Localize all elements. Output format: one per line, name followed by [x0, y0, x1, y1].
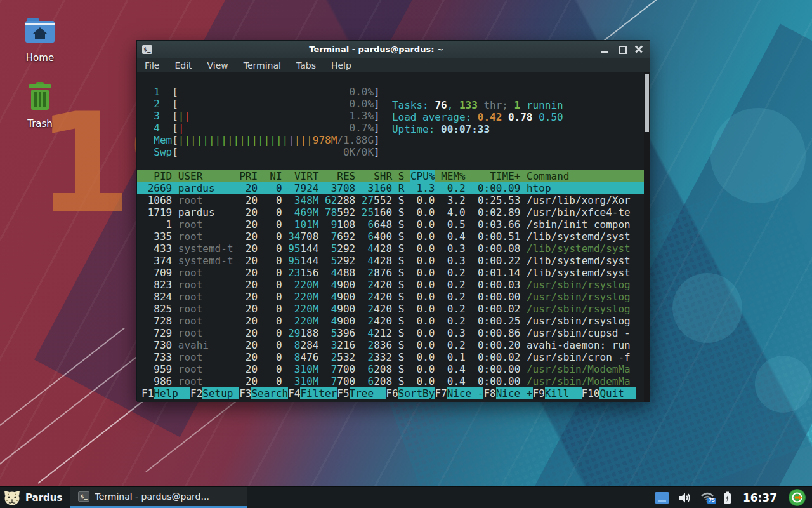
display-settings-icon[interactable]	[654, 491, 670, 504]
taskbar-spacer	[247, 487, 653, 508]
menu-item-edit[interactable]: Edit	[174, 60, 192, 70]
process-row-335[interactable]: 335 root 20 0 34708 7692 6400 S 0.0 0.4 …	[137, 231, 644, 243]
menu-item-file[interactable]: File	[145, 60, 159, 70]
fkey-f9[interactable]: F9	[533, 387, 545, 399]
fkey-action-setup[interactable]: Setup	[202, 387, 239, 399]
clock[interactable]: 16:37	[743, 491, 777, 504]
wallpaper-paw-print	[672, 273, 742, 343]
fkey-action-sortby[interactable]: SortBy	[398, 387, 435, 399]
process-row-825[interactable]: 825 root 20 0 220M 4900 2420 S 0.0 0.2 0…	[137, 303, 644, 315]
terminal-window: $_ Terminal - pardus@pardus: ~ FileEditV…	[136, 40, 650, 401]
meter-mem: Mem[||||||||||||||||||||||978M/1.88G]	[137, 134, 644, 146]
function-key-bar: F1Help F2Setup F3SearchF4FilterF5Tree F6…	[137, 387, 644, 399]
update-arrow-icon	[791, 491, 803, 504]
uptime-line: Uptime: 00:07:33	[388, 123, 563, 135]
terminal-task-icon: $_	[78, 491, 89, 502]
scrollbar-thumb[interactable]	[645, 74, 649, 132]
close-button[interactable]	[635, 45, 643, 53]
terminal-app-icon: $_	[142, 45, 152, 54]
fkey-action-nice-[interactable]: Nice -	[447, 387, 484, 399]
desktop-icon-trash[interactable]: Trash	[10, 81, 70, 130]
process-row-729[interactable]: 729 root 20 0 29188 5396 4212 S 0.0 0.3 …	[137, 327, 644, 339]
process-row-433[interactable]: 433 systemd-t 20 0 95144 5292 4428 S 0.0…	[137, 243, 644, 255]
fkey-f1[interactable]: F1	[141, 387, 154, 399]
applications-menu-button[interactable]: Pardus	[0, 487, 70, 508]
software-update-button[interactable]	[789, 489, 806, 506]
process-row-959[interactable]: 959 root 20 0 310M 7700 6208 S 0.0 0.4 0…	[137, 363, 644, 375]
meter-1: 1 [ 0.0%]	[137, 86, 644, 98]
pardus-logo-icon	[4, 490, 20, 506]
process-row-986[interactable]: 986 root 20 0 310M 7700 6208 S 0.0 0.4 0…	[137, 375, 644, 387]
system-tray: 75 16:37	[654, 487, 812, 508]
taskbar: Pardus $_ Terminal - pardus@pard...	[0, 486, 812, 508]
fkey-f2[interactable]: F2	[190, 387, 202, 399]
network-wifi-icon[interactable]: 75	[700, 492, 714, 503]
window-titlebar[interactable]: $_ Terminal - pardus@pardus: ~	[137, 41, 650, 58]
menu-item-view[interactable]: View	[207, 60, 228, 70]
desktop-icon-label: Home	[10, 52, 70, 64]
process-row-1068[interactable]: 1068 root 20 0 348M 62288 27552 S 0.0 3.…	[137, 194, 644, 206]
home-folder-icon	[23, 17, 56, 46]
wallpaper-paw-print	[710, 108, 806, 203]
process-row-374[interactable]: 374 systemd-t 20 0 95144 5292 4428 S 0.0…	[137, 255, 644, 267]
menu-item-help[interactable]: Help	[331, 60, 351, 70]
terminal-scrollbar[interactable]	[644, 72, 650, 402]
volume-icon[interactable]	[679, 492, 691, 504]
desktop-icon-home[interactable]: Home	[10, 17, 70, 64]
process-row-733[interactable]: 733 root 20 0 8476 2532 2332 S 0.0 0.1 0…	[137, 351, 644, 363]
taskbar-window-title: Terminal - pardus@pard...	[95, 491, 209, 502]
minimize-button[interactable]	[601, 45, 609, 53]
terminal-content[interactable]: 1 [ 0.0%] 2 [ 0.0%] 3 [|| 1.3%] 4 [| 0.7…	[137, 72, 650, 402]
trash-icon	[25, 81, 55, 112]
maximize-button[interactable]	[618, 45, 626, 53]
process-row-1[interactable]: 1 root 20 0 101M 9108 6648 S 0.0 0.5 0:0…	[137, 218, 644, 231]
process-row-2669[interactable]: 2669 pardus 20 0 7924 3708 3160 R 1.3 0.…	[137, 182, 644, 194]
wallpaper-paw-print	[755, 356, 812, 413]
process-row-1719[interactable]: 1719 pardus 20 0 469M 78592 25160 S 0.0 …	[137, 206, 644, 218]
fkey-f4[interactable]: F4	[288, 387, 300, 399]
fkey-action-search[interactable]: Search	[251, 387, 288, 399]
menu-item-terminal[interactable]: Terminal	[244, 60, 281, 70]
process-row-728[interactable]: 728 root 20 0 220M 4900 2420 S 0.0 0.2 0…	[137, 315, 644, 327]
taskbar-separator	[70, 490, 70, 505]
applications-menu-label: Pardus	[25, 492, 62, 504]
process-row-730[interactable]: 730 avahi 20 0 8284 3216 2836 S 0.0 0.2 …	[137, 339, 644, 351]
window-title: Terminal - pardus@pardus: ~	[152, 44, 601, 54]
fkey-f7[interactable]: F7	[435, 387, 447, 399]
fkey-action-quit[interactable]: Quit	[599, 387, 636, 399]
fkey-f8[interactable]: F8	[483, 387, 495, 399]
process-row-823[interactable]: 823 root 20 0 220M 4900 2420 S 0.0 0.2 0…	[137, 279, 644, 291]
menu-item-tabs[interactable]: Tabs	[296, 60, 316, 70]
meter-swp: Swp[ 0K/0K]	[137, 146, 644, 158]
fkey-f6[interactable]: F6	[386, 387, 398, 399]
battery-icon[interactable]	[723, 491, 731, 504]
process-row-824[interactable]: 824 root 20 0 220M 4900 2420 S 0.0 0.2 0…	[137, 291, 644, 303]
fkey-action-nice+[interactable]: Nice +	[496, 387, 533, 399]
fkey-action-filter[interactable]: Filter	[300, 387, 337, 399]
fkey-action-tree[interactable]: Tree	[350, 387, 386, 399]
fkey-f10[interactable]: F10	[582, 387, 600, 399]
process-row-709[interactable]: 709 root 20 0 23156 4488 2876 S 0.0 0.2 …	[137, 267, 644, 279]
fkey-action-help[interactable]: Help	[154, 387, 190, 399]
taskbar-window-button[interactable]: $_ Terminal - pardus@pard...	[70, 487, 247, 508]
fkey-f5[interactable]: F5	[337, 387, 349, 399]
htop-info-block: Tasks: 76, 133 thr; 1 runningLoad averag…	[388, 99, 569, 135]
menu-bar: FileEditViewTerminalTabsHelp	[137, 58, 650, 72]
network-signal-badge: 75	[707, 498, 716, 504]
fkey-f3[interactable]: F3	[239, 387, 251, 399]
process-table-header[interactable]: PID USER PRI NI VIRT RES SHR S CPU% MEM%…	[137, 170, 644, 182]
tasks-line: Tasks: 76, 133 thr; 1 running	[388, 99, 563, 111]
load-average-line: Load average: 0.42 0.78 0.50	[388, 111, 563, 123]
fkey-action-kill[interactable]: Kill	[545, 387, 582, 399]
desktop-icon-label: Trash	[10, 118, 70, 130]
